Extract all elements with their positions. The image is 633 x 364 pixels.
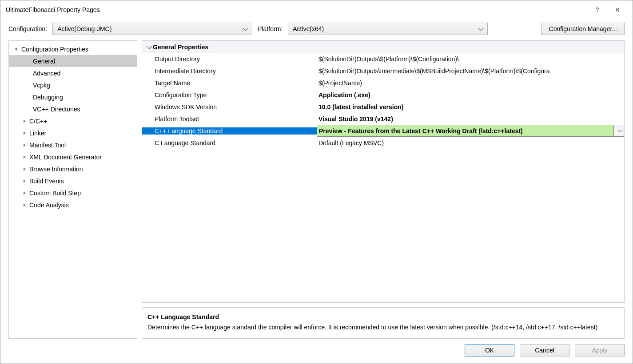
tree-item[interactable]: General (9, 55, 137, 67)
chevron-right-icon (21, 179, 28, 183)
property-label: C++ Language Standard (142, 127, 317, 135)
platform-label: Platform: (258, 25, 283, 32)
tree-item[interactable]: Code Analysis (9, 199, 137, 211)
chevron-right-icon (21, 119, 28, 123)
platform-value: Active(x64) (293, 25, 324, 32)
grid-section-header[interactable]: General Properties (142, 41, 624, 53)
property-value[interactable]: 10.0 (latest installed version) (317, 101, 624, 113)
ok-button[interactable]: OK (465, 344, 514, 356)
property-value[interactable]: $(SolutionDir)Outputs\Intermediate\$(MSB… (317, 65, 624, 77)
property-value[interactable]: Preview - Features from the Latest C++ W… (317, 125, 624, 137)
tree-item[interactable]: Custom Build Step (9, 187, 137, 199)
property-row[interactable]: Configuration TypeApplication (.exe) (142, 89, 624, 101)
description-text: Determines the C++ language standard the… (147, 322, 619, 332)
tree-item-label: XML Document Generator (29, 154, 102, 161)
tree-item-label: Vcpkg (33, 82, 50, 89)
tree-item[interactable]: Advanced (9, 67, 137, 79)
description-title: C++ Language Standard (147, 312, 619, 322)
tree-item[interactable]: XML Document Generator (9, 151, 137, 163)
titlebar: UltimateFibonacci Property Pages ? ✕ (0, 0, 633, 19)
chevron-right-icon (21, 167, 28, 171)
description-panel: C++ Language Standard Determines the C++… (142, 307, 625, 339)
property-label: Intermediate Directory (142, 67, 317, 75)
tree-item[interactable]: Browse Information (9, 163, 137, 175)
tree-item[interactable]: Linker (9, 127, 137, 139)
property-label: Windows SDK Version (142, 103, 317, 111)
platform-dropdown[interactable]: Active(x64) (288, 23, 488, 35)
chevron-right-icon (21, 143, 28, 147)
chevron-down-icon (617, 128, 622, 132)
chevron-right-icon (21, 203, 28, 207)
help-button[interactable]: ? (587, 3, 607, 16)
tree-item[interactable]: VC++ Directories (9, 103, 137, 115)
property-row[interactable]: Platform ToolsetVisual Studio 2019 (v142… (142, 113, 624, 125)
chevron-right-icon (21, 191, 28, 195)
configuration-value: Active(Debug-JMC) (57, 25, 111, 32)
cancel-button[interactable]: Cancel (520, 344, 569, 356)
close-icon: ✕ (615, 6, 620, 13)
configuration-manager-button[interactable]: Configuration Manager... (541, 23, 625, 35)
property-value[interactable]: $(ProjectName) (317, 77, 624, 89)
tree-item-label: VC++ Directories (33, 106, 80, 113)
property-row[interactable]: C++ Language StandardPreview - Features … (142, 125, 624, 137)
property-row[interactable]: C Language StandardDefault (Legacy MSVC) (142, 137, 624, 149)
chevron-down-icon (144, 45, 153, 49)
tree-item-label: Custom Build Step (29, 190, 81, 197)
property-label: Platform Toolset (142, 115, 317, 123)
property-value[interactable]: Visual Studio 2019 (v142) (317, 113, 624, 125)
tree-item-label: Browse Information (29, 166, 83, 173)
property-value[interactable]: $(SolutionDir)Outputs\$(Platform)\$(Conf… (317, 53, 624, 65)
tree-item-label: Linker (29, 130, 46, 137)
tree-root[interactable]: Configuration Properties (9, 43, 137, 55)
tree-item-label: Build Events (29, 178, 64, 185)
property-row[interactable]: Target Name$(ProjectName) (142, 77, 624, 89)
property-row[interactable]: Intermediate Directory$(SolutionDir)Outp… (142, 65, 624, 77)
property-row[interactable]: Output Directory$(SolutionDir)Outputs\$(… (142, 53, 624, 65)
configuration-label: Configuration: (8, 25, 47, 32)
tree-item[interactable]: Build Events (9, 175, 137, 187)
tree-item[interactable]: C/C++ (9, 115, 137, 127)
property-label: Output Directory (142, 55, 317, 63)
property-label: C Language Standard (142, 139, 317, 146)
property-label: Configuration Type (142, 91, 317, 99)
property-row[interactable]: Windows SDK Version10.0 (latest installe… (142, 101, 624, 113)
toolbar: Configuration: Active(Debug-JMC) Platfor… (0, 19, 633, 40)
property-value[interactable]: Default (Legacy MSVC) (317, 137, 624, 149)
property-label: Target Name (142, 79, 317, 87)
window-title: UltimateFibonacci Property Pages (6, 6, 587, 13)
tree-root-label: Configuration Properties (21, 46, 88, 53)
tree-item[interactable]: Debugging (9, 91, 137, 103)
property-grid: General Properties Output Directory$(Sol… (142, 40, 625, 303)
chevron-down-icon (13, 48, 20, 50)
tree-item-label: Code Analysis (29, 202, 69, 209)
tree-item-label: General (33, 58, 55, 65)
tree-item[interactable]: Vcpkg (9, 79, 137, 91)
help-icon: ? (596, 6, 599, 13)
tree-item-label: Advanced (33, 70, 60, 77)
apply-button: Apply (575, 344, 625, 356)
chevron-right-icon (21, 155, 28, 159)
grid-header-label: General Properties (153, 44, 208, 51)
tree-item-label: C/C++ (29, 118, 47, 125)
tree-item-label: Debugging (33, 94, 63, 101)
chevron-right-icon (21, 131, 28, 135)
tree-item[interactable]: Manifest Tool (9, 139, 137, 151)
property-value[interactable]: Application (.exe) (317, 89, 624, 101)
tree-item-label: Manifest Tool (29, 142, 66, 149)
configuration-dropdown[interactable]: Active(Debug-JMC) (52, 23, 252, 35)
nav-tree[interactable]: Configuration Properties GeneralAdvanced… (8, 40, 137, 339)
close-button[interactable]: ✕ (607, 3, 627, 16)
dialog-footer: OK Cancel Apply (0, 339, 633, 364)
